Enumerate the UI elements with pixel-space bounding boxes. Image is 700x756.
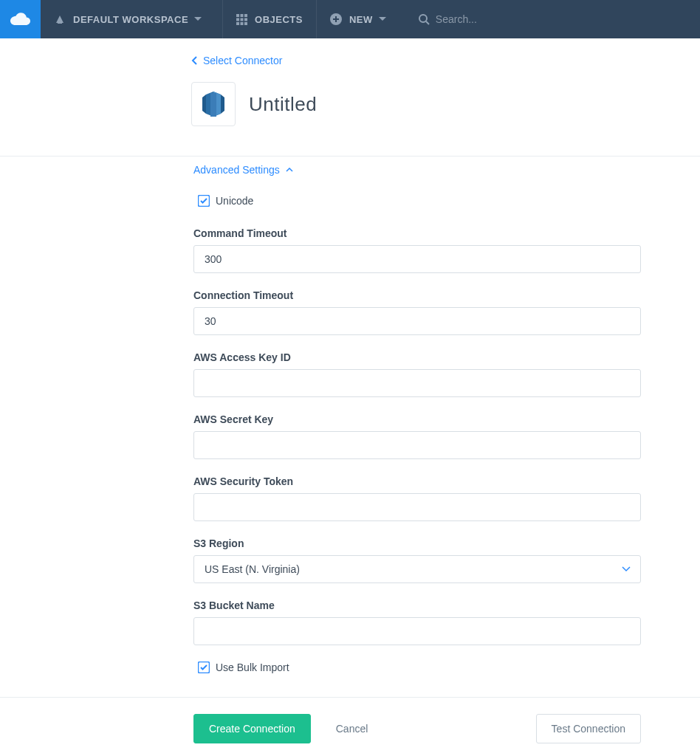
redshift-icon [200,90,227,118]
search-area [407,0,700,38]
footer-actions: Create Connection Cancel Test Connection [0,697,700,756]
advanced-settings-toggle[interactable]: Advanced Settings [193,164,293,176]
test-connection-button[interactable]: Test Connection [536,714,641,743]
workspace-switcher[interactable]: DEFAULT WORKSPACE [41,0,223,38]
connection-timeout-input[interactable] [193,307,641,335]
checkbox-checked-icon [198,195,210,207]
aws-security-token-input[interactable] [193,493,641,521]
field-aws-secret-key: AWS Secret Key [193,413,641,459]
s3-region-label: S3 Region [193,537,641,549]
aws-secret-key-input[interactable] [193,431,641,459]
plus-circle-icon [330,13,342,25]
svg-line-11 [426,21,429,24]
bulk-import-label: Use Bulk Import [216,662,289,673]
nav-objects[interactable]: OBJECTS [223,0,317,38]
aws-access-key-input[interactable] [193,369,641,397]
form-area: Advanced Settings Unicode Command Timeou… [0,157,700,697]
grid-icon [236,14,247,25]
svg-rect-5 [244,18,247,21]
unicode-checkbox-row[interactable]: Unicode [198,195,641,207]
aws-security-token-label: AWS Security Token [193,475,641,487]
connector-icon-box [191,82,236,126]
s3-bucket-label: S3 Bucket Name [193,599,641,611]
s3-bucket-input[interactable] [193,617,641,645]
chevron-up-icon [286,168,293,172]
field-aws-access-key: AWS Access Key ID [193,351,641,397]
checkbox-checked-icon [198,662,210,673]
field-s3-region: S3 Region US East (N. Virginia) [193,537,641,583]
chevron-left-icon [191,56,197,65]
command-timeout-label: Command Timeout [193,227,641,239]
svg-rect-6 [236,22,239,25]
search-input[interactable] [436,13,583,25]
page-title: Untitled [249,93,317,116]
field-aws-security-token: AWS Security Token [193,475,641,521]
app-logo[interactable] [0,0,41,38]
svg-rect-2 [244,14,247,17]
back-row: Select Connector [0,38,700,82]
top-nav: DEFAULT WORKSPACE OBJECTS NEW [0,0,700,38]
cancel-button[interactable]: Cancel [321,714,383,743]
svg-rect-8 [244,22,247,25]
nav-objects-label: OBJECTS [255,14,303,25]
back-link[interactable]: Select Connector [191,55,282,66]
bulk-import-checkbox-row[interactable]: Use Bulk Import [198,662,641,673]
field-command-timeout: Command Timeout [193,227,641,273]
workspace-label: DEFAULT WORKSPACE [73,14,188,25]
svg-rect-4 [241,18,244,21]
advanced-settings-label: Advanced Settings [193,164,280,176]
chevron-down-icon [379,17,386,21]
cloud-icon [10,12,31,27]
create-connection-button[interactable]: Create Connection [193,714,311,743]
search-icon [419,14,430,25]
aws-access-key-label: AWS Access Key ID [193,351,641,363]
back-link-label: Select Connector [203,55,282,66]
connection-timeout-label: Connection Timeout [193,289,641,301]
svg-rect-7 [241,22,244,25]
svg-rect-3 [236,18,239,21]
chevron-down-icon [194,17,202,21]
workspace-icon [54,13,66,25]
nav-new-label: NEW [349,14,373,25]
s3-region-select[interactable]: US East (N. Virginia) [193,555,641,583]
unicode-label: Unicode [216,195,253,207]
nav-new[interactable]: NEW [317,0,407,38]
svg-rect-1 [241,14,244,17]
svg-rect-0 [236,14,239,17]
svg-point-10 [419,15,427,22]
field-connection-timeout: Connection Timeout [193,289,641,335]
title-row: Untitled [0,82,700,156]
command-timeout-input[interactable] [193,245,641,273]
aws-secret-key-label: AWS Secret Key [193,413,641,425]
field-s3-bucket: S3 Bucket Name [193,599,641,645]
